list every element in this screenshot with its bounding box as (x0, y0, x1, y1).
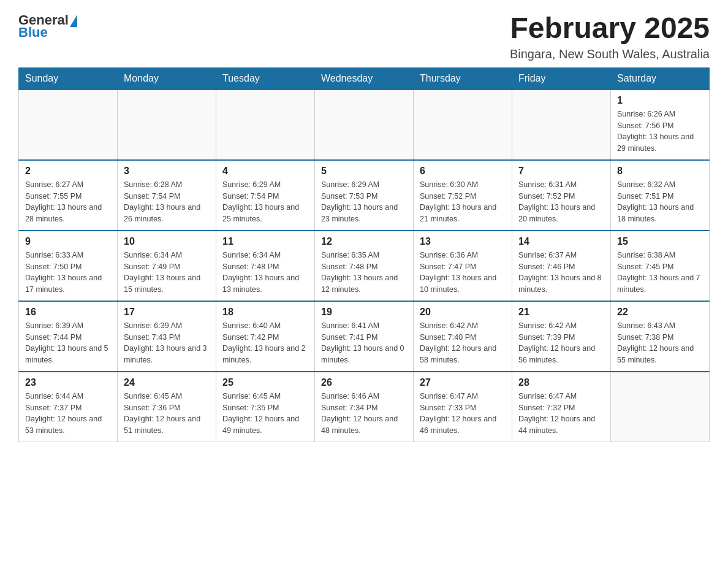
calendar-week-row: 23Sunrise: 6:44 AMSunset: 7:37 PMDayligh… (19, 372, 710, 442)
table-row (315, 90, 414, 160)
logo: General Blue (18, 12, 77, 40)
table-row: 22Sunrise: 6:43 AMSunset: 7:38 PMDayligh… (611, 301, 710, 372)
day-info: Sunrise: 6:36 AMSunset: 7:47 PMDaylight:… (420, 250, 506, 296)
day-number: 1 (617, 95, 703, 106)
logo-triangle-icon (70, 15, 77, 27)
table-row: 5Sunrise: 6:29 AMSunset: 7:53 PMDaylight… (315, 160, 414, 231)
table-row: 2Sunrise: 6:27 AMSunset: 7:55 PMDaylight… (19, 160, 118, 231)
day-info: Sunrise: 6:46 AMSunset: 7:34 PMDaylight:… (321, 391, 407, 437)
table-row: 19Sunrise: 6:41 AMSunset: 7:41 PMDayligh… (315, 301, 414, 372)
day-number: 26 (321, 377, 407, 388)
day-number: 9 (25, 236, 111, 247)
title-block: February 2025 Bingara, New South Wales, … (510, 12, 710, 61)
calendar-table: Sunday Monday Tuesday Wednesday Thursday… (18, 67, 710, 442)
calendar-week-row: 1Sunrise: 6:26 AMSunset: 7:56 PMDaylight… (19, 90, 710, 160)
table-row: 20Sunrise: 6:42 AMSunset: 7:40 PMDayligh… (414, 301, 512, 372)
day-info: Sunrise: 6:42 AMSunset: 7:39 PMDaylight:… (518, 320, 604, 366)
header-wednesday: Wednesday (315, 67, 414, 90)
day-info: Sunrise: 6:47 AMSunset: 7:33 PMDaylight:… (420, 391, 506, 437)
table-row: 12Sunrise: 6:35 AMSunset: 7:48 PMDayligh… (315, 231, 414, 301)
day-info: Sunrise: 6:42 AMSunset: 7:40 PMDaylight:… (420, 320, 506, 366)
table-row: 11Sunrise: 6:34 AMSunset: 7:48 PMDayligh… (216, 231, 315, 301)
day-info: Sunrise: 6:31 AMSunset: 7:52 PMDaylight:… (518, 179, 604, 225)
calendar-week-row: 2Sunrise: 6:27 AMSunset: 7:55 PMDaylight… (19, 160, 710, 231)
header-monday: Monday (118, 67, 216, 90)
day-number: 5 (321, 166, 407, 177)
day-number: 18 (222, 307, 308, 318)
table-row: 28Sunrise: 6:47 AMSunset: 7:32 PMDayligh… (512, 372, 611, 442)
day-number: 16 (25, 307, 111, 318)
day-info: Sunrise: 6:34 AMSunset: 7:48 PMDaylight:… (222, 250, 308, 296)
table-row: 8Sunrise: 6:32 AMSunset: 7:51 PMDaylight… (611, 160, 710, 231)
day-info: Sunrise: 6:47 AMSunset: 7:32 PMDaylight:… (518, 391, 604, 437)
day-info: Sunrise: 6:40 AMSunset: 7:42 PMDaylight:… (222, 320, 308, 366)
day-info: Sunrise: 6:45 AMSunset: 7:36 PMDaylight:… (124, 391, 210, 437)
month-title: February 2025 (510, 12, 710, 45)
day-info: Sunrise: 6:39 AMSunset: 7:43 PMDaylight:… (124, 320, 210, 366)
table-row: 25Sunrise: 6:45 AMSunset: 7:35 PMDayligh… (216, 372, 315, 442)
day-info: Sunrise: 6:45 AMSunset: 7:35 PMDaylight:… (222, 391, 308, 437)
day-info: Sunrise: 6:26 AMSunset: 7:56 PMDaylight:… (617, 109, 703, 155)
day-info: Sunrise: 6:28 AMSunset: 7:54 PMDaylight:… (124, 179, 210, 225)
table-row: 6Sunrise: 6:30 AMSunset: 7:52 PMDaylight… (414, 160, 512, 231)
day-info: Sunrise: 6:32 AMSunset: 7:51 PMDaylight:… (617, 179, 703, 225)
day-info: Sunrise: 6:35 AMSunset: 7:48 PMDaylight:… (321, 250, 407, 296)
location-subtitle: Bingara, New South Wales, Australia (510, 47, 710, 61)
day-info: Sunrise: 6:29 AMSunset: 7:53 PMDaylight:… (321, 179, 407, 225)
day-info: Sunrise: 6:38 AMSunset: 7:45 PMDaylight:… (617, 250, 703, 296)
table-row: 18Sunrise: 6:40 AMSunset: 7:42 PMDayligh… (216, 301, 315, 372)
table-row: 23Sunrise: 6:44 AMSunset: 7:37 PMDayligh… (19, 372, 118, 442)
table-row: 14Sunrise: 6:37 AMSunset: 7:46 PMDayligh… (512, 231, 611, 301)
day-number: 3 (124, 166, 210, 177)
table-row: 9Sunrise: 6:33 AMSunset: 7:50 PMDaylight… (19, 231, 118, 301)
table-row: 26Sunrise: 6:46 AMSunset: 7:34 PMDayligh… (315, 372, 414, 442)
day-info: Sunrise: 6:39 AMSunset: 7:44 PMDaylight:… (25, 320, 111, 366)
day-info: Sunrise: 6:41 AMSunset: 7:41 PMDaylight:… (321, 320, 407, 366)
day-number: 11 (222, 236, 308, 247)
calendar-header-row: Sunday Monday Tuesday Wednesday Thursday… (19, 67, 710, 90)
day-number: 2 (25, 166, 111, 177)
page-header: General Blue February 2025 Bingara, New … (18, 12, 710, 61)
table-row: 4Sunrise: 6:29 AMSunset: 7:54 PMDaylight… (216, 160, 315, 231)
day-number: 7 (518, 166, 604, 177)
table-row: 13Sunrise: 6:36 AMSunset: 7:47 PMDayligh… (414, 231, 512, 301)
day-number: 20 (420, 307, 506, 318)
day-number: 22 (617, 307, 703, 318)
day-number: 14 (518, 236, 604, 247)
day-info: Sunrise: 6:44 AMSunset: 7:37 PMDaylight:… (25, 391, 111, 437)
header-friday: Friday (512, 67, 611, 90)
day-number: 17 (124, 307, 210, 318)
day-number: 10 (124, 236, 210, 247)
table-row (512, 90, 611, 160)
day-info: Sunrise: 6:34 AMSunset: 7:49 PMDaylight:… (124, 250, 210, 296)
day-info: Sunrise: 6:37 AMSunset: 7:46 PMDaylight:… (518, 250, 604, 296)
calendar-week-row: 9Sunrise: 6:33 AMSunset: 7:50 PMDaylight… (19, 231, 710, 301)
day-number: 23 (25, 377, 111, 388)
table-row: 24Sunrise: 6:45 AMSunset: 7:36 PMDayligh… (118, 372, 216, 442)
table-row: 17Sunrise: 6:39 AMSunset: 7:43 PMDayligh… (118, 301, 216, 372)
day-number: 19 (321, 307, 407, 318)
day-number: 6 (420, 166, 506, 177)
day-number: 12 (321, 236, 407, 247)
day-info: Sunrise: 6:27 AMSunset: 7:55 PMDaylight:… (25, 179, 111, 225)
table-row (19, 90, 118, 160)
header-tuesday: Tuesday (216, 67, 315, 90)
day-number: 21 (518, 307, 604, 318)
day-number: 27 (420, 377, 506, 388)
table-row: 7Sunrise: 6:31 AMSunset: 7:52 PMDaylight… (512, 160, 611, 231)
day-info: Sunrise: 6:43 AMSunset: 7:38 PMDaylight:… (617, 320, 703, 366)
table-row: 15Sunrise: 6:38 AMSunset: 7:45 PMDayligh… (611, 231, 710, 301)
table-row (118, 90, 216, 160)
table-row: 27Sunrise: 6:47 AMSunset: 7:33 PMDayligh… (414, 372, 512, 442)
calendar-week-row: 16Sunrise: 6:39 AMSunset: 7:44 PMDayligh… (19, 301, 710, 372)
table-row: 16Sunrise: 6:39 AMSunset: 7:44 PMDayligh… (19, 301, 118, 372)
table-row: 10Sunrise: 6:34 AMSunset: 7:49 PMDayligh… (118, 231, 216, 301)
table-row (611, 372, 710, 442)
table-row: 3Sunrise: 6:28 AMSunset: 7:54 PMDaylight… (118, 160, 216, 231)
table-row (414, 90, 512, 160)
day-info: Sunrise: 6:30 AMSunset: 7:52 PMDaylight:… (420, 179, 506, 225)
day-number: 24 (124, 377, 210, 388)
header-saturday: Saturday (611, 67, 710, 90)
day-info: Sunrise: 6:29 AMSunset: 7:54 PMDaylight:… (222, 179, 308, 225)
table-row (216, 90, 315, 160)
